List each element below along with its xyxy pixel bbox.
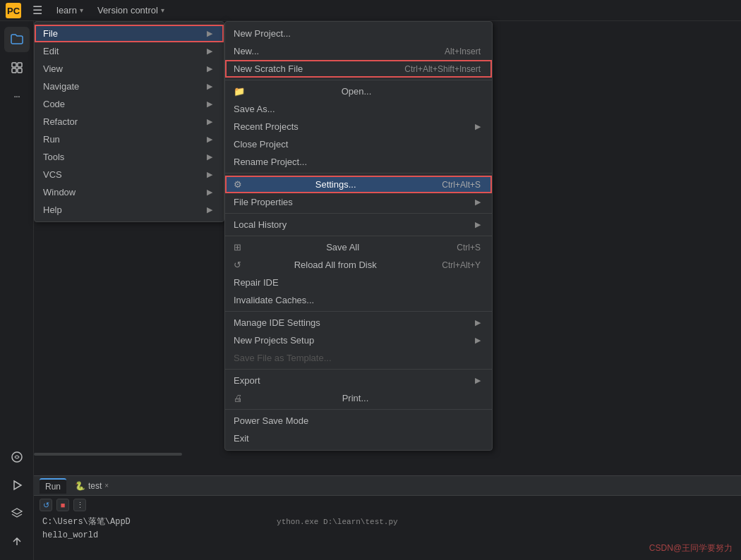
separator-2 xyxy=(225,173,492,174)
view-label: View xyxy=(43,63,207,74)
sidebar-icon-run[interactable] xyxy=(4,473,30,498)
file-menu-item-refactor[interactable]: Refactor ▶ xyxy=(35,113,224,130)
file-menu-item-view[interactable]: View ▶ xyxy=(35,60,224,78)
left-sidebar: ··· xyxy=(0,21,34,560)
submenu-repair-ide[interactable]: Repair IDE xyxy=(225,274,492,291)
stop-run-button[interactable]: ■ xyxy=(56,499,69,511)
submenu-save-all[interactable]: ⊞ Save All Ctrl+S xyxy=(225,238,492,256)
sidebar-icon-git[interactable] xyxy=(4,444,30,470)
submenu-invalidate-caches[interactable]: Invalidate Caches... xyxy=(225,291,492,309)
file-menu-item-code[interactable]: Code ▶ xyxy=(35,95,224,113)
edit-label: Edit xyxy=(43,46,207,56)
help-label: Help xyxy=(43,205,207,215)
hamburger-icon: ☰ xyxy=(32,4,42,17)
settings-gear-icon: ⚙ xyxy=(234,179,242,190)
svg-point-6 xyxy=(12,452,22,462)
version-control-menu[interactable]: Version control ▾ xyxy=(92,4,170,17)
file-menu-item-vcs[interactable]: VCS ▶ xyxy=(35,166,224,183)
open-label: Open... xyxy=(342,86,372,97)
submenu-print[interactable]: 🖨 Print... xyxy=(225,389,492,407)
sidebar-icon-more[interactable]: ··· xyxy=(4,83,30,109)
submenu-exit[interactable]: Exit xyxy=(225,430,492,447)
sidebar-icon-up[interactable] xyxy=(4,529,30,554)
submenu-save-as[interactable]: Save As... xyxy=(225,100,492,118)
svg-marker-7 xyxy=(14,481,21,489)
submenu-reload-all[interactable]: ↺ Reload All from Disk Ctrl+Alt+Y xyxy=(225,256,492,274)
submenu-new[interactable]: New... Alt+Insert xyxy=(225,42,492,60)
run-tab-label: Run xyxy=(45,482,61,492)
file-menu-item-run[interactable]: Run ▶ xyxy=(35,130,224,148)
vc-caret-icon: ▾ xyxy=(161,6,164,14)
sidebar-scrollbar[interactable] xyxy=(34,453,182,456)
new-projects-setup-arrow: ▶ xyxy=(475,336,481,345)
save-all-shortcut: Ctrl+S xyxy=(457,243,481,252)
local-history-label: Local History xyxy=(234,219,287,230)
submenu-new-projects-setup[interactable]: New Projects Setup ▶ xyxy=(225,331,492,349)
submenu-open[interactable]: 📁 Open... xyxy=(225,83,492,100)
reload-all-label: Reload All from Disk xyxy=(294,260,377,270)
new-shortcut: Alt+Insert xyxy=(445,47,481,56)
project-name-menu[interactable]: learn ▾ xyxy=(51,4,89,17)
test-tab[interactable]: 🐍 test × xyxy=(69,479,114,493)
output-path: C:\Users\落笔\AppD xyxy=(42,517,131,527)
more-run-options[interactable]: ⋮ xyxy=(73,499,86,511)
submenu-manage-ide[interactable]: Manage IDE Settings ▶ xyxy=(225,314,492,331)
output-run-suffix: ython.exe D:\learn\test.py xyxy=(277,518,398,526)
run-toolbar: ↺ ■ ⋮ xyxy=(34,496,741,514)
svg-text:PC: PC xyxy=(7,6,20,16)
save-template-label: Save File as Template... xyxy=(234,353,332,363)
submenu-new-scratch-file[interactable]: New Scratch File Ctrl+Alt+Shift+Insert xyxy=(225,60,492,78)
file-menu-item-edit[interactable]: Edit ▶ xyxy=(35,42,224,60)
submenu-settings[interactable]: ⚙ Settings... Ctrl+Alt+S xyxy=(225,176,492,193)
file-menu-item-navigate[interactable]: Navigate ▶ xyxy=(35,78,224,95)
settings-shortcut: Ctrl+Alt+S xyxy=(442,180,481,190)
print-icon: 🖨 xyxy=(234,393,243,403)
window-label: Window xyxy=(43,187,207,197)
submenu-power-save[interactable]: Power Save Mode xyxy=(225,412,492,430)
restart-run-button[interactable]: ↺ xyxy=(40,499,52,511)
run-tab[interactable]: Run xyxy=(40,478,66,494)
run-output-line1: C:\Users\落笔\AppD ython.exe D:\learn\test… xyxy=(34,514,741,529)
submenu-recent-projects[interactable]: Recent Projects ▶ xyxy=(225,118,492,135)
topbar: PC ☰ learn ▾ Version control ▾ xyxy=(0,0,741,21)
recent-projects-label: Recent Projects xyxy=(234,121,299,132)
save-all-icon: ⊞ xyxy=(234,242,241,252)
refactor-label: Refactor xyxy=(43,116,207,127)
tools-arrow-icon: ▶ xyxy=(207,152,212,162)
file-menu-item-window[interactable]: Window ▶ xyxy=(35,183,224,201)
run-arrow-icon: ▶ xyxy=(207,135,212,144)
hamburger-menu[interactable]: ☰ xyxy=(27,2,48,18)
new-projects-setup-label: New Projects Setup xyxy=(234,335,314,346)
submenu-local-history[interactable]: Local History ▶ xyxy=(225,216,492,233)
submenu-file-properties[interactable]: File Properties ▶ xyxy=(225,193,492,211)
new-scratch-label: New Scratch File xyxy=(234,63,303,74)
submenu-rename-project[interactable]: Rename Project... xyxy=(225,153,492,171)
file-menu-item-file[interactable]: File ▶ xyxy=(35,25,224,42)
submenu-new-project[interactable]: New Project... xyxy=(225,25,492,42)
file-submenu: New Project... New... Alt+Insert New Scr… xyxy=(224,21,493,451)
vcs-arrow-icon: ▶ xyxy=(207,170,212,179)
exit-label: Exit xyxy=(234,433,249,444)
submenu-close-project[interactable]: Close Project xyxy=(225,135,492,153)
new-label: New... xyxy=(234,46,259,56)
invalidate-caches-label: Invalidate Caches... xyxy=(234,295,314,305)
repair-ide-label: Repair IDE xyxy=(234,277,279,288)
new-project-label: New Project... xyxy=(234,28,291,39)
project-name-label: learn xyxy=(56,5,77,16)
manage-ide-arrow: ▶ xyxy=(475,318,481,327)
file-menu-item-tools[interactable]: Tools ▶ xyxy=(35,148,224,166)
sidebar-icon-plugins[interactable] xyxy=(4,55,30,80)
sidebar-icon-layers[interactable] xyxy=(4,501,30,526)
help-arrow-icon: ▶ xyxy=(207,205,212,214)
export-arrow: ▶ xyxy=(475,376,481,385)
file-menu-item-help[interactable]: Help ▶ xyxy=(35,201,224,219)
export-label: Export xyxy=(234,375,260,386)
file-properties-label: File Properties xyxy=(234,197,293,207)
test-tab-close[interactable]: × xyxy=(104,482,109,489)
rename-project-label: Rename Project... xyxy=(234,157,307,167)
run-label: Run xyxy=(43,134,207,145)
sidebar-icon-folder[interactable] xyxy=(4,27,30,52)
svg-rect-2 xyxy=(12,63,16,67)
submenu-export[interactable]: Export ▶ xyxy=(225,372,492,389)
submenu-save-template: Save File as Template... xyxy=(225,349,492,367)
